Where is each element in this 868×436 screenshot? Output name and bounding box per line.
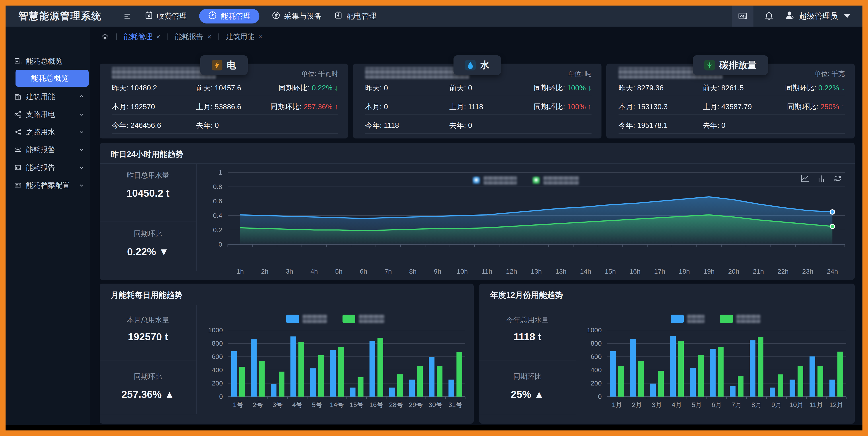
sidebar-item-overview-parent[interactable]: 能耗总概览 bbox=[5, 54, 90, 68]
divider bbox=[619, 114, 845, 115]
tab-energy-report[interactable]: 能耗报告 × bbox=[175, 32, 212, 42]
unit-label: 单位: 吨 bbox=[568, 69, 591, 79]
panel-title: 年度12月份用能趋势 bbox=[490, 290, 563, 301]
sidebar-item-energy-alarm[interactable]: 能耗报警 bbox=[5, 143, 90, 157]
svg-text:0: 0 bbox=[218, 241, 222, 248]
svg-text:18h: 18h bbox=[679, 268, 690, 275]
svg-text:600: 600 bbox=[212, 353, 223, 360]
sidebar-item-archive-config[interactable]: 能耗档案配置 bbox=[5, 178, 90, 192]
svg-text:24h: 24h bbox=[827, 268, 838, 275]
svg-text:1000: 1000 bbox=[208, 326, 223, 334]
nav-item-devices[interactable]: 采集与设备 bbox=[272, 11, 322, 22]
divider bbox=[479, 360, 576, 361]
sidebar-item-building-energy[interactable]: 建筑用能 bbox=[5, 90, 90, 103]
svg-text:1000: 1000 bbox=[587, 326, 602, 334]
svg-text:13h: 13h bbox=[531, 268, 542, 275]
svg-text:5月: 5月 bbox=[692, 401, 702, 408]
chevron-down-icon bbox=[78, 182, 85, 189]
svg-text:13h: 13h bbox=[555, 268, 566, 275]
trend-value: 100% ↑ bbox=[567, 102, 591, 111]
svg-text:5号: 5号 bbox=[312, 401, 322, 408]
trend-value: 250% ↑ bbox=[820, 102, 845, 111]
svg-text:30号: 30号 bbox=[429, 401, 443, 408]
unit-label: 单位: 千瓦时 bbox=[301, 69, 338, 79]
svg-text:11月: 11月 bbox=[809, 401, 823, 408]
stat-label: 同期环比 bbox=[100, 372, 196, 381]
stat-label: 昨日总用水量 bbox=[100, 170, 196, 180]
arrow-up-icon: ↑ bbox=[841, 102, 845, 111]
svg-text:7h: 7h bbox=[384, 268, 392, 275]
stat-label: 本月总用水量 bbox=[100, 315, 196, 325]
svg-text:29号: 29号 bbox=[409, 401, 423, 408]
chevron-down-icon bbox=[78, 147, 85, 153]
card-row: 昨天: 0 前天: 0 同期环比: 100% ↓ bbox=[353, 82, 601, 92]
user-avatar-icon bbox=[785, 10, 795, 22]
menu-collapse-icon[interactable] bbox=[122, 11, 132, 21]
card-water: 水 单位: 吨 昨天: 0 前天: 0 同期环比: 100% ↓ 本月: 0 上… bbox=[353, 55, 601, 138]
svg-text:600: 600 bbox=[591, 353, 602, 360]
sidebar-item-branch-electricity[interactable]: 支路用电 bbox=[5, 107, 90, 121]
divider bbox=[112, 133, 338, 134]
billing-icon bbox=[145, 11, 153, 22]
card-row: 昨天: 8279.36 前天: 8261.5 同期环比: 0.22% ↓ bbox=[607, 82, 855, 92]
svg-text:16h: 16h bbox=[629, 268, 641, 275]
svg-text:200: 200 bbox=[212, 379, 223, 387]
tab-building-energy[interactable]: 建筑用能 × bbox=[226, 32, 262, 42]
close-icon[interactable]: × bbox=[207, 33, 212, 41]
divider bbox=[365, 95, 591, 95]
sidebar-item-energy-report[interactable]: 能耗报告 bbox=[5, 161, 90, 174]
triangle-down-icon: ▼ bbox=[159, 246, 169, 257]
divider bbox=[112, 114, 338, 115]
divider bbox=[112, 95, 338, 95]
panel-stats-column: 本月总用水量 192570 t 同期环比 257.36% ▲ bbox=[100, 305, 197, 414]
home-tab-icon[interactable] bbox=[101, 32, 109, 41]
stat-label: 同期环比 bbox=[479, 372, 576, 381]
stat-trend-value: 0.22% ▼ bbox=[100, 246, 196, 258]
notifications-button[interactable] bbox=[762, 11, 776, 21]
svg-text:23h: 23h bbox=[802, 268, 813, 275]
close-icon[interactable]: × bbox=[156, 33, 160, 41]
user-menu[interactable]: 超级管理员 bbox=[785, 10, 850, 22]
nav-item-billing[interactable]: 收费管理 bbox=[145, 11, 187, 22]
svg-text:8月: 8月 bbox=[751, 401, 762, 408]
panel-yearly-trend: 年度12月份用能趋势 今年总用水量 1118 t 同期环比 25% ▲ bbox=[479, 284, 855, 424]
arrow-up-icon: ↑ bbox=[335, 102, 338, 111]
divider bbox=[365, 114, 591, 115]
sidebar-item-overview-active[interactable]: 能耗总概览 bbox=[16, 70, 89, 87]
bar-chart-canvas: 020040060080010001月2月3月4月5月6月7月8月9月10月11… bbox=[576, 305, 855, 424]
svg-text:3h: 3h bbox=[286, 268, 293, 275]
tab-separator bbox=[116, 33, 117, 40]
sidebar-item-branch-water[interactable]: 之路用水 bbox=[5, 125, 90, 139]
monitor-search-button[interactable] bbox=[732, 5, 753, 27]
stat-trend-value: 257.36% ▲ bbox=[100, 388, 196, 400]
trend-value: 100% ↓ bbox=[567, 84, 591, 92]
svg-text:14h: 14h bbox=[580, 268, 591, 275]
tab-energy-mgmt[interactable]: 能耗管理 × bbox=[124, 32, 160, 42]
svg-text:4h: 4h bbox=[310, 268, 318, 275]
card-carbon: 碳排放量 单位: 千克 昨天: 8279.36 前天: 8261.5 同期环比:… bbox=[607, 55, 855, 138]
svg-text:14号: 14号 bbox=[330, 401, 344, 408]
svg-text:9h: 9h bbox=[434, 268, 441, 275]
nav-item-power-dist[interactable]: 配电管理 bbox=[334, 11, 376, 22]
orange-frame: 智慧能源管理系统 收费管理 能耗管理 bbox=[0, 0, 868, 436]
report-icon bbox=[14, 163, 22, 172]
arrow-up-icon: ↑ bbox=[588, 102, 591, 111]
panel-24h-trend: 昨日24小时用能趋势 昨日总用水量 10450.2 t 同期环比 0.22% ▼ bbox=[100, 143, 855, 280]
unit-label: 单位: 千克 bbox=[814, 69, 845, 79]
svg-text:0.6: 0.6 bbox=[213, 197, 222, 205]
nav-item-energy[interactable]: 能耗管理 bbox=[199, 9, 259, 24]
chevron-up-icon bbox=[78, 93, 85, 100]
tab-separator bbox=[218, 33, 219, 40]
top-nav: 智慧能源管理系统 收费管理 能耗管理 bbox=[5, 5, 863, 27]
svg-text:400: 400 bbox=[212, 366, 223, 374]
svg-text:4月: 4月 bbox=[672, 401, 682, 408]
svg-text:2月: 2月 bbox=[632, 401, 642, 408]
arrow-down-icon: ↓ bbox=[588, 84, 591, 92]
gauge-icon bbox=[208, 10, 217, 22]
chevron-down-icon bbox=[844, 14, 850, 18]
battery-icon bbox=[334, 11, 343, 22]
close-icon[interactable]: × bbox=[258, 33, 262, 41]
trend-value: 0.22% ↓ bbox=[818, 84, 845, 92]
svg-text:9月: 9月 bbox=[771, 401, 782, 408]
svg-text:800: 800 bbox=[212, 340, 223, 347]
